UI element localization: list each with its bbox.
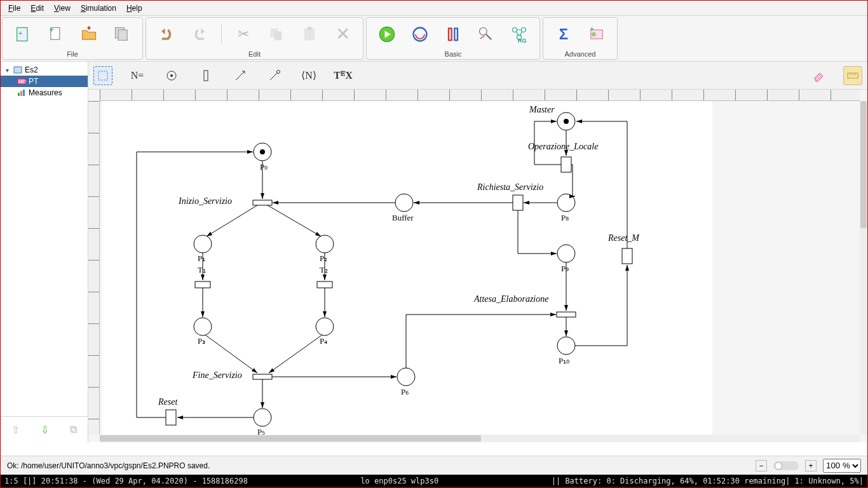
canvas-area: N= ⟨N⟩ TᴱX (88, 62, 867, 442)
svg-rect-5 (118, 30, 127, 40)
place-tool[interactable] (162, 66, 181, 85)
select-tool[interactable] (93, 66, 112, 85)
trans-label-inizio: Inizio_Servizio (178, 196, 232, 206)
tree-measures-label: Measures (29, 88, 62, 97)
drawing-toolbar: N= ⟨N⟩ TᴱX (88, 62, 867, 90)
svg-rect-57 (622, 248, 632, 264)
tree-pt-label: PT (29, 77, 38, 86)
basic-tool-4[interactable] (475, 23, 498, 46)
svg-text:+: + (590, 25, 594, 32)
toolbar-group-file: + + File (2, 17, 143, 60)
tex-tool[interactable]: TᴱX (334, 66, 353, 85)
svg-point-38 (260, 149, 265, 154)
zoom-select[interactable]: 100 % (823, 459, 861, 473)
menu-simulation[interactable]: Simulation (77, 3, 120, 14)
svg-rect-55 (317, 281, 332, 288)
basic-tool-3[interactable] (442, 23, 465, 46)
svg-rect-8 (304, 28, 315, 40)
toolbar-group-basic: RG Basic (366, 17, 540, 60)
zoom-out-button[interactable]: − (756, 460, 767, 471)
sidebar: ▾ Es2 NET PT Measures ⇧ ⇩ ⧉ (1, 62, 88, 442)
place-label-p3: P₃ (198, 336, 205, 346)
move-down-button[interactable]: ⇩ (41, 424, 49, 436)
svg-point-48 (397, 368, 415, 386)
inhibitor-arc-tool[interactable] (265, 66, 284, 85)
scrollbar-vertical[interactable] (860, 101, 867, 435)
svg-text:+: + (50, 25, 55, 34)
toolbar-group-edit-label: Edit (146, 50, 363, 59)
advanced-tool-2[interactable]: + (585, 23, 608, 46)
project-tree: ▾ Es2 NET PT Measures (1, 62, 88, 417)
copy-button[interactable] (265, 23, 288, 46)
place-label-p0: P₀ (260, 162, 268, 172)
svg-rect-28 (98, 71, 107, 80)
place-label-p4: P₄ (320, 336, 327, 346)
ruler-horizontal (100, 90, 860, 101)
svg-rect-12 (449, 28, 452, 40)
undo-button[interactable] (155, 23, 178, 46)
svg-rect-13 (454, 28, 458, 40)
trans-label-richiesta: Richiesta_Servizio (477, 182, 543, 192)
zoom-slider[interactable] (773, 461, 799, 470)
name-tool[interactable]: N= (128, 66, 147, 85)
svg-rect-58 (253, 374, 272, 379)
place-label-p6: P₆ (401, 387, 409, 396)
zoom-in-button[interactable]: + (805, 460, 817, 471)
menu-edit[interactable]: Edit (27, 3, 48, 14)
basic-tool-2[interactable] (409, 23, 431, 46)
tree-item-pt[interactable]: NET PT (1, 76, 88, 87)
delete-button[interactable]: ✕ (331, 23, 354, 46)
transition-tool[interactable] (196, 66, 215, 85)
menu-file[interactable]: File (4, 3, 24, 14)
advanced-tool-sigma[interactable]: Σ (552, 23, 575, 46)
trans-label-reset: Reset (158, 397, 178, 407)
duplicate-button[interactable]: ⧉ (70, 424, 77, 435)
svg-point-44 (316, 235, 334, 253)
play-button[interactable] (376, 23, 398, 46)
new-page-button[interactable]: + (44, 23, 67, 46)
svg-rect-56 (557, 312, 576, 317)
place-label-master: Master (529, 105, 555, 114)
save-button[interactable] (111, 23, 133, 46)
canvas[interactable]: P₀ Master Buffer P₈ P₁ (88, 90, 867, 442)
arc-tool[interactable] (231, 66, 250, 85)
drawing-paper[interactable]: P₀ Master Buffer P₈ P₁ (102, 101, 712, 442)
ruler-toggle[interactable] (843, 66, 862, 85)
trans-label-fine: Fine_Servizio (192, 370, 242, 380)
svg-point-14 (480, 27, 487, 35)
scrollbar-horizontal[interactable] (100, 435, 860, 442)
os-status-bar: 1:5 [|] 20:51:38 - (Wed 29 Apr, 04.2020)… (1, 475, 867, 487)
redo-button[interactable] (188, 23, 211, 46)
eraser-tool[interactable] (809, 66, 828, 85)
svg-point-20 (592, 32, 596, 36)
toolbar-group-advanced-label: Advanced (543, 50, 617, 59)
basic-tool-rg[interactable]: RG (508, 23, 531, 46)
cut-button[interactable]: ✂ (232, 23, 255, 46)
svg-point-47 (316, 318, 334, 336)
menu-help[interactable]: Help (123, 3, 146, 14)
svg-rect-25 (18, 93, 20, 96)
new-net-button[interactable]: + (11, 23, 34, 46)
tree-root-label: Es2 (25, 65, 38, 74)
osbar-left: 1:5 [|] 20:51:38 - (Wed 29 Apr, 04.2020)… (4, 477, 248, 485)
open-button[interactable] (78, 23, 100, 46)
toolbar-group-basic-label: Basic (367, 50, 539, 59)
move-up-button[interactable]: ⇧ (11, 424, 20, 436)
svg-point-41 (395, 194, 413, 212)
tree-item-measures[interactable]: Measures (1, 87, 88, 98)
toolbar-group-edit: ✂ ✕ Edit (146, 17, 363, 60)
trans-label-oplocale: Operazione_Locale (528, 142, 598, 151)
tree-root-es2[interactable]: ▾ Es2 (1, 64, 88, 76)
place-label-p9: P₉ (561, 264, 569, 273)
paste-button[interactable] (298, 23, 321, 46)
svg-point-45 (557, 245, 575, 262)
sidebar-actions: ⇧ ⇩ ⧉ (1, 417, 88, 442)
svg-rect-31 (204, 71, 208, 81)
place-label-p1: P₁ (198, 254, 205, 263)
place-label-p2: P₂ (320, 254, 327, 263)
angle-n-tool[interactable]: ⟨N⟩ (299, 66, 318, 85)
petri-net-svg: P₀ Master Buffer P₈ P₁ (102, 101, 712, 442)
trans-label-t2: T₂ (320, 265, 328, 274)
menubar: File Edit View Simulation Help (1, 1, 867, 16)
menu-view[interactable]: View (50, 3, 74, 14)
